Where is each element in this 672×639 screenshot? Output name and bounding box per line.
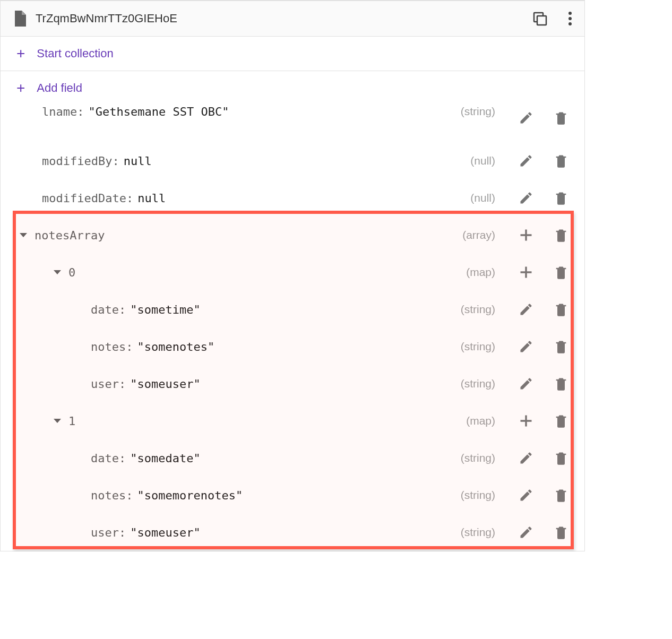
edit-icon[interactable] bbox=[519, 451, 533, 465]
field-type: (null) bbox=[470, 192, 495, 204]
plus-icon: + bbox=[16, 46, 25, 61]
field-row[interactable]: modifiedBy:null(null) bbox=[1, 142, 584, 179]
field-value: "Gethsemane SST OBC" bbox=[88, 105, 229, 118]
add-field-label: Add field bbox=[37, 81, 82, 95]
field-key: notes: bbox=[91, 489, 133, 502]
field-key: modifiedBy: bbox=[42, 154, 119, 168]
field-key: user: bbox=[91, 526, 126, 539]
field-row[interactable]: notesArray(array) bbox=[1, 217, 584, 254]
field-row[interactable]: user:"someuser"(string) bbox=[1, 514, 584, 551]
field-type: (string) bbox=[461, 526, 495, 539]
delete-icon[interactable] bbox=[554, 265, 568, 280]
delete-icon[interactable] bbox=[554, 153, 568, 168]
delete-icon[interactable] bbox=[554, 339, 568, 354]
field-key: date: bbox=[91, 452, 126, 465]
row-actions bbox=[510, 110, 568, 125]
field-key: notesArray bbox=[35, 229, 105, 242]
delete-icon[interactable] bbox=[554, 525, 568, 540]
plus-icon: + bbox=[16, 81, 25, 96]
field-key: date: bbox=[91, 303, 126, 316]
field-row[interactable]: user:"someuser"(string) bbox=[1, 365, 584, 402]
more-menu-icon[interactable] bbox=[568, 11, 572, 26]
field-value: "somemorenotes" bbox=[137, 489, 243, 502]
field-row[interactable]: 0(map) bbox=[1, 254, 584, 291]
field-key: 0 bbox=[68, 266, 75, 279]
add-icon[interactable] bbox=[519, 228, 533, 243]
field-type: (map) bbox=[466, 266, 495, 279]
delete-icon[interactable] bbox=[554, 228, 568, 243]
add-icon[interactable] bbox=[519, 265, 533, 280]
field-row[interactable]: 1(map) bbox=[1, 402, 584, 439]
document-header: TrZqmBwNmrTTz0GIEHoE bbox=[1, 1, 584, 37]
edit-icon[interactable] bbox=[519, 191, 533, 205]
field-type: (map) bbox=[466, 415, 495, 427]
field-type: (null) bbox=[470, 154, 495, 167]
svg-rect-1 bbox=[537, 16, 546, 25]
field-value: "somedate" bbox=[130, 452, 200, 465]
field-value: "sometime" bbox=[130, 303, 200, 316]
add-icon[interactable] bbox=[519, 413, 533, 428]
chevron-down-icon[interactable] bbox=[54, 270, 61, 274]
row-actions bbox=[510, 451, 568, 465]
field-type: (string) bbox=[461, 105, 495, 118]
row-actions bbox=[510, 228, 568, 243]
field-value: null bbox=[124, 154, 152, 168]
field-row[interactable]: notes:"somenotes"(string) bbox=[1, 328, 584, 365]
field-row[interactable]: modifiedDate:null(null) bbox=[1, 179, 584, 217]
delete-icon[interactable] bbox=[554, 488, 568, 503]
edit-icon[interactable] bbox=[519, 153, 533, 168]
edit-icon[interactable] bbox=[519, 339, 533, 354]
field-value: "someuser" bbox=[130, 526, 200, 539]
field-key: notes: bbox=[91, 340, 133, 353]
delete-icon[interactable] bbox=[554, 110, 568, 125]
field-row[interactable]: notes:"somemorenotes"(string) bbox=[1, 477, 584, 514]
svg-point-4 bbox=[568, 22, 572, 25]
svg-point-2 bbox=[568, 12, 572, 15]
edit-icon[interactable] bbox=[519, 525, 533, 540]
field-type: (string) bbox=[461, 303, 495, 316]
delete-icon[interactable] bbox=[554, 302, 568, 317]
field-value: "somenotes" bbox=[137, 340, 214, 353]
field-key: 1 bbox=[68, 415, 75, 428]
chevron-down-icon[interactable] bbox=[54, 419, 61, 423]
copy-icon[interactable] bbox=[532, 11, 547, 26]
delete-icon[interactable] bbox=[554, 191, 568, 205]
field-type: (string) bbox=[461, 340, 495, 353]
svg-point-3 bbox=[568, 17, 572, 20]
start-collection-button[interactable]: + Start collection bbox=[1, 37, 584, 71]
field-row[interactable]: date:"somedate"(string) bbox=[1, 439, 584, 477]
row-actions bbox=[510, 265, 568, 280]
field-row[interactable]: date:"sometime"(string) bbox=[1, 291, 584, 328]
field-type: (string) bbox=[461, 377, 495, 390]
row-actions bbox=[510, 488, 568, 503]
row-actions bbox=[510, 302, 568, 317]
field-key: lname: bbox=[42, 105, 84, 118]
add-field-button[interactable]: + Add field bbox=[1, 71, 584, 105]
delete-icon[interactable] bbox=[554, 376, 568, 391]
field-type: (string) bbox=[461, 452, 495, 464]
row-actions bbox=[510, 191, 568, 205]
field-type: (array) bbox=[462, 229, 495, 241]
fields-list: lname:"Gethsemane SST OBC"(string)modifi… bbox=[1, 105, 584, 551]
delete-icon[interactable] bbox=[554, 413, 568, 428]
edit-icon[interactable] bbox=[519, 376, 533, 391]
field-row[interactable]: lname:"Gethsemane SST OBC"(string) bbox=[1, 105, 584, 142]
delete-icon[interactable] bbox=[554, 451, 568, 465]
row-actions bbox=[510, 376, 568, 391]
document-id: TrZqmBwNmrTTz0GIEHoE bbox=[36, 12, 532, 25]
document-icon bbox=[13, 11, 26, 27]
field-key: modifiedDate: bbox=[42, 192, 133, 205]
field-value: null bbox=[137, 192, 166, 205]
row-actions bbox=[510, 413, 568, 428]
row-actions bbox=[510, 339, 568, 354]
edit-icon[interactable] bbox=[519, 110, 533, 125]
row-actions bbox=[510, 153, 568, 168]
row-actions bbox=[510, 525, 568, 540]
chevron-down-icon[interactable] bbox=[20, 233, 27, 237]
field-key: user: bbox=[91, 377, 126, 391]
document-panel: TrZqmBwNmrTTz0GIEHoE + Start collection … bbox=[0, 0, 585, 551]
start-collection-label: Start collection bbox=[37, 47, 113, 61]
edit-icon[interactable] bbox=[519, 488, 533, 503]
edit-icon[interactable] bbox=[519, 302, 533, 317]
field-type: (string) bbox=[461, 489, 495, 502]
